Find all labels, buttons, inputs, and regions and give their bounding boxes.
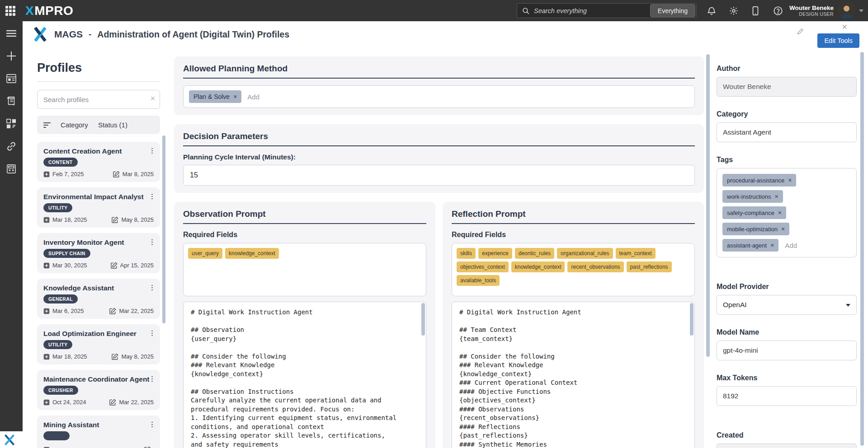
kebab-menu-icon[interactable] <box>150 284 155 292</box>
profile-category-badge: SUPPLY CHAIN <box>43 249 90 258</box>
add-icon[interactable] <box>6 51 17 61</box>
notifications-bell-icon[interactable] <box>707 6 717 16</box>
clear-search-icon[interactable]: × <box>150 94 155 103</box>
required-field-chip: knowledge_context <box>225 248 279 259</box>
profiles-scrollbar-thumb[interactable] <box>162 135 165 323</box>
kebab-menu-icon[interactable] <box>150 238 155 246</box>
profile-category-badge: UTILITY <box>43 340 72 349</box>
profile-name: Mining Assistant <box>43 420 150 429</box>
remove-chip-icon[interactable]: × <box>233 93 237 100</box>
profile-card[interactable]: Inventory Monitor Agent SUPPLY CHAIN Mar… <box>37 233 160 273</box>
app-grid-icon[interactable] <box>5 6 15 16</box>
close-icon[interactable]: × <box>842 22 847 31</box>
xmpro-footer-logo <box>0 431 23 448</box>
calculator-icon[interactable] <box>6 163 17 174</box>
mobile-device-icon[interactable] <box>751 6 761 16</box>
links-icon[interactable] <box>6 141 17 152</box>
modified-pencil-square-icon <box>111 262 118 269</box>
edit-pencil-icon[interactable] <box>797 28 804 37</box>
remove-tag-icon[interactable]: × <box>781 225 785 233</box>
filter-status[interactable]: Status (1) <box>98 121 127 129</box>
edit-tools-button[interactable]: Edit Tools <box>817 33 859 48</box>
reflection-scrollbar-thumb[interactable] <box>690 303 693 336</box>
top-bar: XMPRO Everything <box>0 0 868 21</box>
observation-prompt-section: Observation Prompt Required Fields user_… <box>174 202 435 448</box>
avatar[interactable] <box>838 2 855 19</box>
planning-interval-input[interactable] <box>183 165 695 186</box>
created-date-text: Oct 24, 2024 <box>52 399 86 406</box>
observation-scrollbar-thumb[interactable] <box>421 303 425 336</box>
dashboards-icon[interactable] <box>6 73 17 84</box>
tags-add-label[interactable]: Add <box>785 242 797 249</box>
reflection-prompt-editor[interactable]: # Digital Work Instruction Agent ## Team… <box>452 302 695 448</box>
reflection-required-fields: skillsexperiencedeontic_rulesorganizatio… <box>452 243 695 296</box>
model-name-input[interactable] <box>717 341 857 360</box>
user-menu[interactable]: Wouter Beneke DESIGN USER <box>789 5 834 17</box>
created-plus-square-icon <box>43 217 50 223</box>
tag-chip-label: safety-compliance <box>727 210 774 216</box>
observation-required-fields: user_queryknowledge_context <box>183 243 426 296</box>
profiles-panel: Profiles × Category Status (1) Content C… <box>29 47 165 448</box>
modified-pencil-square-icon <box>109 399 116 406</box>
mags-logo-x-icon <box>33 27 48 42</box>
kebab-menu-icon[interactable] <box>150 329 155 337</box>
page-scrollbar-thumb[interactable] <box>860 52 864 446</box>
remove-tag-icon[interactable]: × <box>775 193 778 200</box>
observation-prompt-editor[interactable]: # Digital Work Instruction Agent ## Obse… <box>183 302 426 448</box>
decision-parameters-section: Decision Parameters Planning Cycle Inter… <box>174 124 704 193</box>
profile-card[interactable]: Knowledge Assistant GENERAL Mar 6, 2025 <box>37 279 160 319</box>
profile-name: Maintenance Coordinator Agent <box>43 375 150 383</box>
remove-tag-icon[interactable]: × <box>778 209 782 216</box>
required-field-chip: user_query <box>188 248 222 259</box>
tag-chip-label: assistant-agent <box>727 242 767 249</box>
forms-icon[interactable] <box>6 96 17 107</box>
page-header: MAGS - Administration of Agent (Digital … <box>23 21 868 47</box>
main-scrollbar-thumb[interactable] <box>706 54 710 357</box>
planning-add-label[interactable]: Add <box>247 93 259 101</box>
profile-category-badge: GENERAL <box>43 294 78 303</box>
tags-input[interactable]: procedural-assistance × work-instruction… <box>717 168 857 257</box>
filter-category[interactable]: Category <box>61 121 88 129</box>
observation-required-label: Required Fields <box>183 231 426 239</box>
kebab-menu-icon[interactable] <box>150 420 155 429</box>
category-input[interactable] <box>717 122 857 142</box>
search-scope-button[interactable]: Everything <box>650 4 695 17</box>
app-name: MAGS <box>54 29 83 40</box>
kebab-menu-icon[interactable] <box>150 375 155 383</box>
modified-date-text: Mar 22, 2025 <box>119 399 154 406</box>
profile-card[interactable]: Load Optimization Engineer UTILITY Mar 1… <box>37 324 160 364</box>
created-date: Mar 18, 2025 <box>43 353 87 360</box>
kebab-menu-icon[interactable] <box>150 192 155 201</box>
help-icon[interactable] <box>773 6 783 16</box>
profiles-title: Profiles <box>37 61 160 75</box>
profile-card[interactable]: Content Creation Agent CONTENT Feb 7, 20… <box>37 142 160 182</box>
created-date-text: Mar 18, 2025 <box>52 216 87 223</box>
modified-pencil-square-icon <box>112 353 118 360</box>
model-name-label: Model Name <box>717 328 857 336</box>
profile-card[interactable]: Mining Assistant <box>37 415 160 448</box>
max-tokens-label: Max Tokens <box>717 374 857 382</box>
user-caret-down-icon[interactable] <box>859 9 863 12</box>
remove-tag-icon[interactable]: × <box>770 242 774 249</box>
created-plus-square-icon <box>43 262 50 269</box>
profiles-search-input[interactable] <box>37 90 160 109</box>
global-search-input[interactable] <box>534 7 650 14</box>
filter-icon[interactable] <box>43 122 51 128</box>
xmpro-logo-text: MPRO <box>34 4 73 18</box>
model-provider-select[interactable]: OpenAI <box>717 295 857 315</box>
planning-method-input[interactable]: Plan & Solve × Add <box>183 85 695 108</box>
profile-list: Content Creation Agent CONTENT Feb 7, 20… <box>37 142 160 448</box>
profile-card[interactable]: Maintenance Coordinator Agent CRUSHER Oc… <box>37 370 160 410</box>
apps-blocks-icon[interactable] <box>6 118 17 129</box>
profile-name: Inventory Monitor Agent <box>43 238 150 247</box>
menu-hamburger-icon[interactable] <box>6 28 17 39</box>
profile-card[interactable]: Environmental Impact Analyst UTILITY Mar… <box>37 187 160 228</box>
max-tokens-input[interactable] <box>717 386 857 406</box>
created-date <box>43 447 52 448</box>
planning-method-chip: Plan & Solve × <box>189 90 241 103</box>
tag-chip-label: mobile-optimization <box>727 226 778 233</box>
modified-pencil-square-icon <box>112 216 118 223</box>
kebab-menu-icon[interactable] <box>150 147 155 155</box>
remove-tag-icon[interactable]: × <box>788 177 792 184</box>
settings-gear-icon[interactable] <box>729 6 739 16</box>
